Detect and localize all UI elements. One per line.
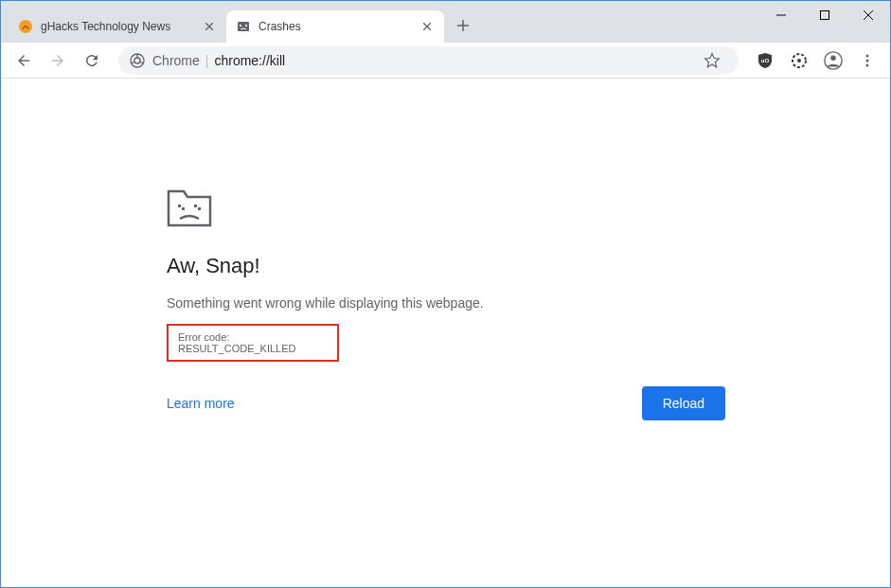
svg-point-6 (134, 58, 140, 63)
svg-point-12 (866, 54, 869, 57)
sad-folder-icon (167, 187, 212, 227)
svg-rect-4 (821, 11, 829, 20)
error-code: Error code: RESULT_CODE_KILLED (167, 324, 339, 362)
error-page: Aw, Snap! Something went wrong while dis… (167, 187, 725, 420)
reload-nav-button[interactable] (77, 45, 107, 76)
new-tab-button[interactable] (450, 12, 476, 39)
ublock-extension-icon[interactable]: uO (750, 45, 780, 76)
ghacks-favicon (18, 19, 33, 34)
page-content: Aw, Snap! Something went wrong while dis… (1, 79, 890, 587)
tab-crashes[interactable]: Crashes (226, 10, 444, 43)
svg-point-13 (866, 59, 869, 62)
svg-point-9 (797, 59, 801, 62)
bookmark-star-icon[interactable] (697, 45, 727, 76)
svg-rect-18 (198, 207, 201, 210)
omnibox-scheme-label: Chrome (152, 53, 200, 68)
svg-point-14 (866, 63, 869, 66)
chrome-page-icon (130, 53, 145, 68)
svg-point-11 (830, 55, 836, 61)
learn-more-link[interactable]: Learn more (167, 396, 235, 411)
svg-rect-2 (240, 25, 241, 27)
window-controls (759, 1, 890, 29)
profile-button[interactable] (818, 45, 848, 76)
sad-tab-favicon (236, 19, 251, 34)
omnibox-divider: | (205, 53, 209, 68)
omnibox-url: chrome://kill (214, 53, 285, 68)
close-icon[interactable] (419, 19, 435, 34)
svg-rect-17 (194, 205, 197, 207)
svg-rect-1 (238, 22, 249, 31)
forward-button[interactable] (43, 45, 73, 76)
error-actions: Learn more Reload (167, 386, 725, 420)
svg-rect-3 (245, 25, 247, 27)
tab-ghacks[interactable]: gHacks Technology News (9, 10, 226, 43)
toolbar: Chrome | chrome://kill uO (1, 43, 890, 79)
error-title: Aw, Snap! (167, 254, 725, 278)
tab-strip: gHacks Technology News Crashes (1, 1, 476, 43)
svg-text:uO: uO (761, 58, 770, 63)
reload-button[interactable]: Reload (642, 386, 725, 420)
svg-rect-16 (182, 207, 185, 210)
error-message: Something went wrong while displaying th… (167, 295, 725, 311)
back-button[interactable] (9, 45, 39, 76)
extension-icon[interactable] (784, 45, 814, 76)
minimize-button[interactable] (759, 1, 803, 29)
titlebar: gHacks Technology News Crashes (1, 1, 890, 43)
tab-title: Crashes (258, 20, 414, 33)
omnibox[interactable]: Chrome | chrome://kill (118, 46, 739, 75)
maximize-button[interactable] (803, 1, 846, 29)
close-window-button[interactable] (846, 1, 890, 29)
kebab-menu-button[interactable] (852, 45, 882, 76)
svg-rect-15 (178, 205, 181, 207)
close-icon[interactable] (202, 19, 217, 34)
tab-title: gHacks Technology News (41, 20, 196, 33)
omnibox-actions (697, 45, 727, 76)
